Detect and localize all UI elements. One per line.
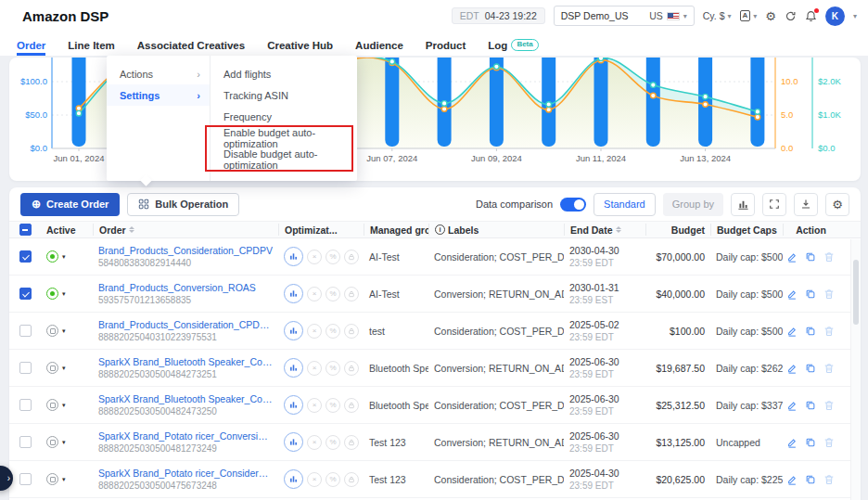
notifications-bell-icon[interactable] [805, 10, 817, 22]
row-checkbox[interactable] [19, 250, 32, 263]
status-icon[interactable] [46, 436, 58, 448]
row-checkbox[interactable] [19, 436, 32, 448]
optimization-chart-icon[interactable] [284, 247, 303, 266]
tab-audience[interactable]: Audience [355, 40, 403, 56]
tab-product[interactable]: Product [426, 40, 466, 56]
chart-view-button[interactable] [731, 193, 755, 216]
order-link[interactable]: Brand_Products_Consideration_CPDPV [98, 245, 273, 256]
status-caret-icon[interactable]: ▾ [62, 476, 66, 483]
menu-item-tracking-asin[interactable]: Tracking ASIN [211, 84, 357, 106]
download-button[interactable] [794, 193, 818, 216]
select-all-checkbox[interactable] [19, 224, 32, 236]
col-budget[interactable]: Budget [645, 224, 710, 236]
vertical-scrollbar[interactable] [850, 239, 861, 500]
status-icon[interactable] [46, 362, 58, 374]
optimization-chart-icon[interactable] [284, 321, 303, 340]
status-caret-icon[interactable]: ▾ [62, 439, 66, 446]
tab-creative-hub[interactable]: Creative Hub [267, 40, 333, 56]
table-settings-button[interactable]: ⚙ [825, 193, 849, 216]
col-labels[interactable]: iLabels [428, 224, 564, 236]
sort-icon[interactable] [616, 226, 621, 233]
edit-icon[interactable] [786, 251, 798, 263]
menu-item-disable-budget-auto-optimization[interactable]: Disable budget auto-optimization [211, 148, 357, 170]
order-link[interactable]: SparkX Brand_Potato ricer_Conversion_ROA… [98, 430, 273, 442]
status-caret-icon[interactable]: ▾ [62, 253, 66, 261]
col-order[interactable]: Order [93, 224, 278, 236]
status-caret-icon[interactable]: ▾ [62, 402, 66, 409]
row-checkbox[interactable] [19, 473, 32, 485]
optimization-chart-icon[interactable] [284, 395, 303, 415]
edit-icon[interactable] [786, 326, 798, 337]
create-order-button[interactable]: ⊕ Create Order [20, 193, 120, 216]
row-checkbox[interactable] [19, 325, 32, 337]
standard-button[interactable]: Standard [594, 193, 656, 216]
avatar[interactable]: K [825, 6, 845, 26]
copy-icon[interactable] [805, 474, 816, 485]
col-end-date[interactable]: End Date [564, 224, 645, 236]
account-selector[interactable]: DSP Demo_US US ▾ [554, 6, 695, 26]
status-icon[interactable] [46, 473, 58, 485]
delete-icon[interactable] [823, 400, 835, 411]
language-selector[interactable]: A ▾ [740, 10, 758, 21]
tab-associated-creatives[interactable]: Associated Creatives [137, 40, 245, 56]
menu-item-frequency[interactable]: Frequency [211, 106, 357, 127]
edit-icon[interactable] [786, 474, 798, 485]
optimization-chart-icon[interactable] [284, 358, 303, 378]
copy-icon[interactable] [805, 251, 816, 263]
edit-icon[interactable] [786, 400, 798, 411]
status-caret-icon[interactable]: ▾ [62, 365, 66, 372]
delete-icon[interactable] [823, 437, 835, 448]
menu-item-settings[interactable]: Settings › [107, 84, 210, 106]
chevron-down-icon[interactable]: ▾ [853, 12, 857, 20]
col-active[interactable]: Active [41, 224, 93, 236]
edit-icon[interactable] [786, 288, 798, 300]
row-checkbox[interactable] [19, 362, 32, 374]
delete-icon[interactable] [823, 474, 835, 485]
edit-icon[interactable] [786, 437, 798, 448]
copy-icon[interactable] [805, 363, 816, 374]
settings-gear-icon[interactable]: ⚙ [765, 10, 776, 22]
delete-icon[interactable] [823, 251, 835, 263]
delete-icon[interactable] [823, 363, 835, 374]
delete-icon[interactable] [823, 326, 835, 337]
order-link[interactable]: Brand_Products_Conversion_ROAS [98, 282, 273, 293]
tab-line-item[interactable]: Line Item [68, 40, 114, 56]
menu-item-enable-budget-auto-optimization[interactable]: Enable budget auto-optimization [211, 127, 357, 148]
data-comparison-toggle[interactable] [560, 198, 586, 212]
sort-icon[interactable] [129, 226, 134, 233]
menu-item-actions[interactable]: Actions › [107, 63, 210, 84]
currency-selector[interactable]: Cy. $ ▾ [703, 10, 732, 21]
row-checkbox[interactable] [19, 399, 32, 411]
menu-item-add-flights[interactable]: Add flights [211, 63, 357, 84]
status-icon[interactable] [46, 325, 58, 337]
optimization-chart-icon[interactable] [284, 432, 303, 452]
copy-icon[interactable] [805, 288, 816, 300]
edit-icon[interactable] [786, 363, 798, 374]
copy-icon[interactable] [805, 437, 816, 448]
order-link[interactable]: Brand_Products_Consideration_CPDPV[copy] [98, 319, 273, 330]
group-by-button[interactable]: Group by [663, 193, 723, 216]
fullscreen-button[interactable] [762, 193, 786, 216]
row-checkbox[interactable] [19, 288, 32, 300]
order-link[interactable]: SparkX Brand_Bluetooth Speaker_Conversio… [98, 356, 273, 367]
col-budget-caps[interactable]: Budget Caps [710, 224, 783, 236]
col-managed-group[interactable]: Managed grou... [364, 224, 428, 236]
delete-icon[interactable] [823, 288, 835, 300]
refresh-icon[interactable] [785, 10, 797, 22]
tab-log[interactable]: Log Beta [488, 39, 538, 56]
tab-order[interactable]: Order [17, 40, 45, 56]
order-link[interactable]: SparkX Brand_Bluetooth Speaker_Considera… [98, 393, 273, 404]
optimization-chart-icon[interactable] [284, 284, 303, 303]
copy-icon[interactable] [805, 400, 816, 411]
copy-icon[interactable] [805, 326, 816, 337]
col-optimization[interactable]: Optimizat... [278, 224, 364, 236]
status-icon[interactable] [46, 399, 58, 411]
bulk-operation-button[interactable]: Bulk Operation [127, 193, 239, 216]
status-icon[interactable] [46, 250, 58, 263]
optimization-chart-icon[interactable] [284, 469, 303, 489]
scrollbar-thumb[interactable] [853, 260, 859, 325]
order-link[interactable]: SparkX Brand_Potato ricer_Consideration_… [98, 468, 273, 479]
status-caret-icon[interactable]: ▾ [62, 327, 66, 335]
status-caret-icon[interactable]: ▾ [62, 290, 66, 298]
status-icon[interactable] [46, 288, 58, 300]
